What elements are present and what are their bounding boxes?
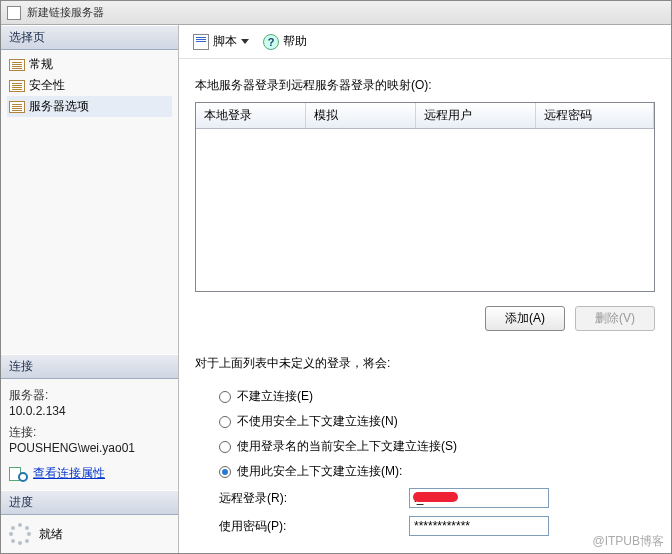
properties-icon (9, 467, 27, 481)
th-remote-password[interactable]: 远程密码 (536, 103, 654, 128)
tree: 常规 安全性 服务器选项 (1, 50, 178, 354)
radio-group: 不建立连接(E) 不使用安全上下文建立连接(N) 使用登录名的当前安全上下文建立… (219, 384, 671, 484)
nav-general[interactable]: 常规 (7, 54, 172, 75)
radio-no-connection[interactable]: 不建立连接(E) (219, 384, 671, 409)
section-progress: 进度 (1, 490, 178, 515)
help-icon: ? (263, 34, 279, 50)
nav-server-options[interactable]: 服务器选项 (7, 96, 172, 117)
radio-icon (219, 466, 231, 478)
nav-security[interactable]: 安全性 (7, 75, 172, 96)
radio-no-security-context[interactable]: 不使用安全上下文建立连接(N) (219, 409, 671, 434)
section-select-page: 选择页 (1, 25, 178, 50)
th-impersonate[interactable]: 模拟 (306, 103, 416, 128)
page-icon (9, 80, 25, 92)
th-local-login[interactable]: 本地登录 (196, 103, 306, 128)
th-remote-user[interactable]: 远程用户 (416, 103, 536, 128)
add-button[interactable]: 添加(A) (485, 306, 565, 331)
conn-value: POUSHENG\wei.yao01 (9, 441, 170, 455)
script-button[interactable]: 脚本 (189, 31, 253, 52)
right-pane: 脚本 ? 帮助 本地服务器登录到远程服务器登录的映射(O): 本地登录 模拟 远… (179, 25, 671, 553)
left-pane: 选择页 常规 安全性 服务器选项 连接 服务器: 10.0.2.134 连接: … (1, 25, 179, 553)
server-label: 服务器: (9, 387, 170, 404)
conn-label: 连接: (9, 424, 170, 441)
radio-icon (219, 416, 231, 428)
titlebar[interactable]: 新建链接服务器 (1, 1, 671, 25)
watermark: @ITPUB博客 (592, 533, 664, 550)
password-input[interactable] (409, 516, 549, 536)
password-label: 使用密码(P): (219, 518, 409, 535)
radio-current-security-context[interactable]: 使用登录名的当前安全上下文建立连接(S) (219, 434, 671, 459)
script-icon (193, 34, 209, 50)
page-icon (9, 101, 25, 113)
radio-icon (219, 391, 231, 403)
progress-status: 就绪 (39, 526, 63, 543)
spinner-icon (9, 523, 31, 545)
help-button[interactable]: ? 帮助 (259, 31, 311, 52)
section-connection: 连接 (1, 354, 178, 379)
connection-block: 服务器: 10.0.2.134 连接: POUSHENG\wei.yao01 (1, 379, 178, 461)
window-title: 新建链接服务器 (27, 5, 104, 20)
undefined-note: 对于上面列表中未定义的登录，将会: (195, 355, 671, 372)
mapping-table[interactable]: 本地登录 模拟 远程用户 远程密码 (195, 102, 655, 292)
view-connection-properties-link[interactable]: 查看连接属性 (33, 465, 105, 482)
radio-this-security-context[interactable]: 使用此安全上下文建立连接(M): (219, 459, 671, 484)
redaction-mark (413, 492, 458, 502)
delete-button: 删除(V) (575, 306, 655, 331)
chevron-down-icon (241, 39, 249, 44)
server-value: 10.0.2.134 (9, 404, 170, 418)
radio-icon (219, 441, 231, 453)
remote-login-label: 远程登录(R): (219, 490, 409, 507)
page-icon (9, 59, 25, 71)
mapping-label: 本地服务器登录到远程服务器登录的映射(O): (195, 77, 671, 94)
toolbar: 脚本 ? 帮助 (179, 25, 671, 59)
app-icon (7, 6, 21, 20)
